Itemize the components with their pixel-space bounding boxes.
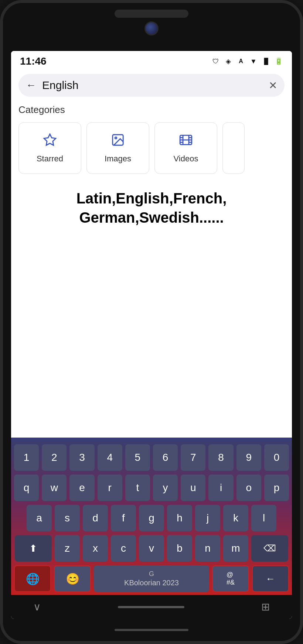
image-icon [111,133,125,150]
space-key[interactable]: G KBoloorian 2023 [94,565,209,592]
key-g[interactable]: g [139,505,164,531]
svg-marker-0 [44,134,56,145]
key-s[interactable]: s [55,505,80,531]
search-bar: ← English ✕ [18,74,285,97]
key-c[interactable]: c [111,535,136,562]
key-p[interactable]: p [264,475,289,501]
q-row: q w e r t y u i o p [14,475,289,501]
a-row: a s d f g h j k l [14,505,289,531]
z-row: ⬆ z x c v b n m ⌫ [14,535,289,562]
key-h[interactable]: h [167,505,192,531]
key-b[interactable]: b [167,535,192,562]
svg-point-2 [115,137,117,139]
key-6[interactable]: 6 [153,444,178,471]
phone-bottom [3,619,300,641]
enter-key[interactable]: ← [252,565,289,592]
key-w[interactable]: w [42,475,67,501]
key-9[interactable]: 9 [236,444,261,471]
key-x[interactable]: x [83,535,108,562]
key-u[interactable]: u [181,475,205,501]
key-2[interactable]: 2 [42,444,67,471]
speaker [115,10,188,18]
text-icon: A [236,57,245,66]
camera [144,21,159,35]
nav-home-indicator [118,606,184,608]
globe-key[interactable]: 🌐 [14,565,51,592]
category-videos[interactable]: Videos [154,122,217,174]
key-r[interactable]: r [98,475,122,501]
keyboard-top-border [11,438,292,441]
category-videos-label: Videos [174,154,198,164]
category-images-label: Images [105,154,131,164]
key-f[interactable]: f [111,505,136,531]
category-starred-label: Starred [37,154,63,164]
key-7[interactable]: 7 [181,444,205,471]
key-3[interactable]: 3 [69,444,94,471]
symbols-key[interactable]: @#& [212,565,249,592]
key-a[interactable]: a [27,505,52,531]
shift-key[interactable]: ⬆ [15,535,52,562]
backspace-key[interactable]: ⌫ [251,535,288,562]
keyboard: 1 2 3 4 5 6 7 8 9 0 q w e r t y u i [11,441,292,595]
key-j[interactable]: j [195,505,220,531]
clear-button[interactable]: ✕ [269,79,277,92]
video-icon [179,133,193,150]
key-v[interactable]: v [139,535,164,562]
search-query[interactable]: English [42,79,263,92]
bottom-row: 🌐 😊 G KBoloorian 2023 @#& ← [14,565,289,592]
key-z[interactable]: z [55,535,80,562]
phone-frame: 11:46 🛡 ◈ A ▼ ▐▌ 🔋 ← English ✕ Categorie… [0,0,303,644]
key-l[interactable]: l [251,505,276,531]
battery-icon: 🔋 [274,57,283,66]
key-5[interactable]: 5 [125,444,150,471]
signal-icon: ▐▌ [262,57,270,66]
category-partial [222,122,245,174]
key-o[interactable]: o [236,475,261,501]
shield-icon: 🛡 [211,57,220,66]
back-button[interactable]: ← [26,79,36,91]
key-y[interactable]: y [153,475,178,501]
phone-screen: 11:46 🛡 ◈ A ▼ ▐▌ 🔋 ← English ✕ Categorie… [11,51,292,619]
number-row: 1 2 3 4 5 6 7 8 9 0 [14,444,289,471]
status-icons: 🛡 ◈ A ▼ ▐▌ 🔋 [211,57,283,66]
location-icon: ◈ [224,57,233,66]
category-starred[interactable]: Starred [18,122,81,174]
wifi-icon: ▼ [249,57,258,66]
key-d[interactable]: d [83,505,108,531]
key-e[interactable]: e [69,475,94,501]
key-4[interactable]: 4 [98,444,122,471]
key-0[interactable]: 0 [264,444,289,471]
languages-text: Latin,English,French,German,Swedish.....… [18,189,285,227]
star-icon [43,133,57,150]
nav-chevron[interactable]: ∨ [33,601,41,613]
key-k[interactable]: k [223,505,248,531]
key-i[interactable]: i [208,475,233,501]
key-m[interactable]: m [223,535,248,562]
bottom-bar [115,629,188,631]
nav-bar: ∨ ⊞ [11,595,292,619]
key-8[interactable]: 8 [208,444,233,471]
key-1[interactable]: 1 [14,444,39,471]
status-time: 11:46 [20,55,47,67]
key-q[interactable]: q [14,475,39,501]
category-images[interactable]: Images [86,122,149,174]
emoji-key[interactable]: 😊 [54,565,91,592]
nav-grid-icon[interactable]: ⊞ [261,601,270,613]
categories-label: Categories [18,104,285,116]
key-t[interactable]: t [125,475,150,501]
camera-area [144,21,159,35]
categories-row: Starred Images [18,122,285,174]
space-logo: G [149,570,154,578]
space-text: KBoloorian 2023 [124,579,179,587]
status-bar: 11:46 🛡 ◈ A ▼ ▐▌ 🔋 [11,51,292,70]
phone-top-bar [3,3,300,51]
key-n[interactable]: n [195,535,220,562]
main-content: Categories Starred [11,97,292,438]
